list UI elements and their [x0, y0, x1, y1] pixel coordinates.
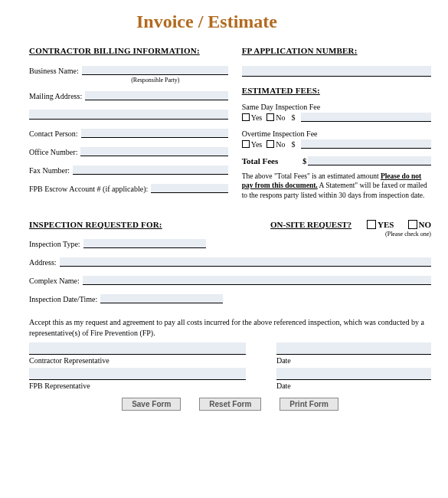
- estimated-fees-heading: ESTIMATED FEES:: [242, 86, 431, 95]
- contractor-date-input[interactable]: [276, 342, 431, 355]
- office-number-input[interactable]: [80, 147, 227, 156]
- inspection-address-input[interactable]: [60, 257, 431, 267]
- sameday-fee-amount-input[interactable]: [301, 113, 431, 122]
- sameday-fee-label: Same Day Inspection Fee: [242, 103, 431, 111]
- page-title: Invoice / Estimate: [29, 11, 431, 32]
- fpb-date-input[interactable]: [276, 368, 431, 380]
- mailing-address-line2-input[interactable]: [29, 110, 228, 120]
- business-name-sublabel: (Responsible Party): [29, 77, 228, 84]
- inspection-onsite-strip: INSPECTION REQUESTED FOR: ON-SITE REQUES…: [29, 220, 431, 238]
- onsite-no-option: NO: [408, 220, 432, 229]
- sameday-no-option: No: [267, 113, 285, 122]
- dollar-sign: $: [301, 157, 308, 165]
- reset-button[interactable]: Reset Form: [199, 398, 261, 411]
- contractor-billing-heading: CONTRACTOR BILLING INFORMATION:: [29, 46, 228, 55]
- disclaimer-text: The above "Total Fees" is an estimated a…: [242, 172, 431, 200]
- overtime-no-checkbox[interactable]: [267, 140, 274, 148]
- overtime-fee-amount-input[interactable]: [301, 139, 431, 149]
- inspection-type-input[interactable]: [83, 239, 206, 248]
- fpb-date-label: Date: [276, 382, 431, 390]
- fax-number-label: Fax Number:: [29, 166, 73, 175]
- onsite-no-checkbox[interactable]: [408, 220, 417, 229]
- complex-name-label: Complex Name:: [29, 277, 83, 285]
- business-name-label: Business Name:: [29, 67, 82, 75]
- inspection-requested-heading: INSPECTION REQUESTED FOR:: [29, 220, 162, 229]
- total-fees-row: Total Fees $: [242, 156, 431, 165]
- fax-number-input[interactable]: [73, 165, 228, 175]
- sameday-yes-checkbox[interactable]: [242, 113, 250, 121]
- onsite-yes-option: YES: [367, 220, 394, 229]
- signature-row-1: Contractor Representative Date: [29, 342, 431, 365]
- sameday-no-checkbox[interactable]: [267, 113, 274, 121]
- inspection-datetime-label: Inspection Date/Time:: [29, 295, 100, 303]
- business-name-input[interactable]: [82, 66, 228, 75]
- contact-person-input[interactable]: [81, 129, 228, 138]
- overtime-yes-checkbox[interactable]: [242, 140, 250, 148]
- contact-person-row: Contact Person:: [29, 129, 228, 138]
- dollar-sign: $: [289, 140, 296, 149]
- dollar-sign: $: [289, 113, 296, 122]
- total-fees-amount-input[interactable]: [308, 156, 431, 165]
- inspection-datetime-row: Inspection Date/Time:: [29, 294, 431, 303]
- escrow-account-label: FPB Escrow Account # (if applicable):: [29, 185, 151, 193]
- overtime-fee-row: Yes No $: [242, 139, 431, 149]
- inspection-address-row: Address:: [29, 257, 431, 267]
- print-button[interactable]: Print Form: [280, 398, 338, 411]
- fpb-rep-label: FPB Representative: [29, 382, 246, 390]
- sameday-fee-row: Yes No $: [242, 113, 431, 122]
- office-number-row: Office Number:: [29, 147, 228, 156]
- onsite-yes-checkbox[interactable]: [367, 220, 376, 229]
- form-buttons: Save Form Reset Form Print Form: [29, 398, 431, 411]
- signature-row-2: FPB Representative Date: [29, 368, 431, 390]
- fp-application-number-input[interactable]: [242, 66, 431, 77]
- two-column-layout: CONTRACTOR BILLING INFORMATION: Business…: [29, 46, 431, 200]
- complex-name-input[interactable]: [83, 276, 431, 285]
- overtime-yes-option: Yes: [242, 140, 263, 149]
- onsite-request-heading: ON-SITE REQUEST?: [270, 220, 352, 229]
- overtime-fee-label: Overtime Inspection Fee: [242, 129, 431, 138]
- save-button[interactable]: Save Form: [122, 398, 181, 411]
- contractor-date-sig: Date: [276, 342, 431, 365]
- application-fees-section: FP APPLICATION NUMBER: ESTIMATED FEES: S…: [242, 46, 431, 200]
- contractor-rep-input[interactable]: [29, 342, 246, 355]
- agreement-text: Accept this as my request and agreement …: [29, 317, 431, 338]
- fax-number-row: Fax Number:: [29, 165, 228, 175]
- mailing-address-row: Mailing Address:: [29, 91, 228, 100]
- complex-name-row: Complex Name:: [29, 276, 431, 285]
- inspection-datetime-input[interactable]: [100, 294, 223, 303]
- inspection-type-row: Inspection Type:: [29, 239, 431, 248]
- contractor-date-label: Date: [276, 356, 431, 365]
- contractor-billing-section: CONTRACTOR BILLING INFORMATION: Business…: [29, 46, 228, 200]
- escrow-account-row: FPB Escrow Account # (if applicable):: [29, 184, 228, 193]
- contractor-rep-sig: Contractor Representative: [29, 342, 246, 365]
- fpb-rep-sig: FPB Representative: [29, 368, 246, 390]
- fpb-rep-input[interactable]: [29, 368, 246, 380]
- fp-application-heading: FP APPLICATION NUMBER:: [242, 46, 431, 55]
- mailing-address-label: Mailing Address:: [29, 92, 85, 100]
- overtime-no-option: No: [267, 140, 285, 149]
- escrow-account-input[interactable]: [151, 184, 227, 193]
- invoice-form: Invoice / Estimate CONTRACTOR BILLING IN…: [0, 0, 448, 418]
- fpb-date-sig: Date: [276, 368, 431, 390]
- inspection-fields: Inspection Type: Address: Complex Name: …: [29, 239, 431, 303]
- sameday-yes-option: Yes: [242, 113, 263, 122]
- onsite-request-block: ON-SITE REQUEST? YES NO (Please check on…: [270, 220, 431, 238]
- business-name-row: Business Name:: [29, 66, 228, 75]
- office-number-label: Office Number:: [29, 148, 80, 156]
- inspection-address-label: Address:: [29, 258, 60, 267]
- contractor-rep-label: Contractor Representative: [29, 356, 246, 365]
- mailing-address-input[interactable]: [85, 91, 228, 100]
- onsite-yn-group: YES NO: [367, 220, 431, 229]
- inspection-type-label: Inspection Type:: [29, 240, 83, 248]
- total-fees-label: Total Fees: [242, 156, 302, 165]
- onsite-helper-text: (Please check one): [270, 231, 431, 238]
- contact-person-label: Contact Person:: [29, 129, 81, 138]
